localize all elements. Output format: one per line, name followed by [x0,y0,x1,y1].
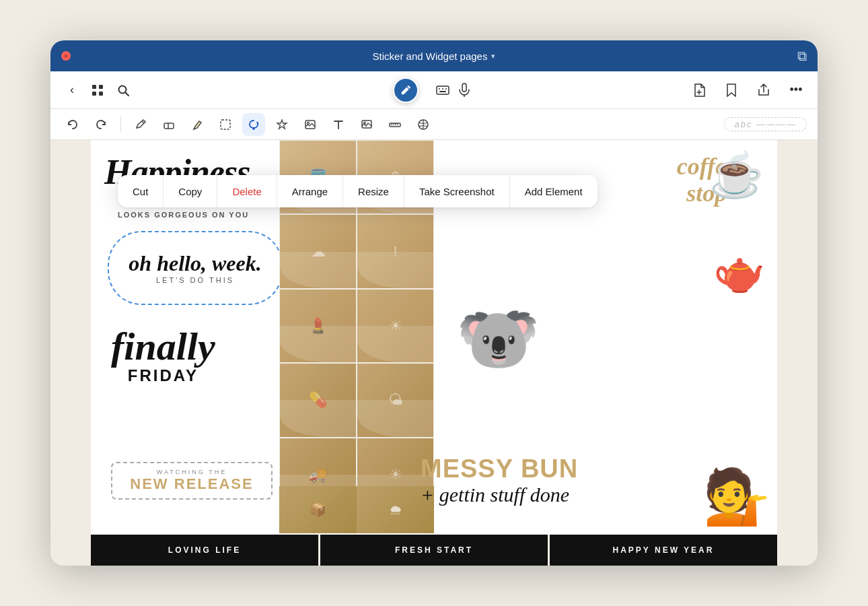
share-button[interactable] [753,79,774,101]
main-toolbar: ‹ [50,71,818,109]
context-menu: Cut Copy Delete Arrange Resize Take Scre… [118,175,598,207]
oh-hello-week-sub: LET'S DO THIS [156,276,234,284]
oh-hello-week-main: oh hello, week. [129,252,261,275]
selection-tool[interactable] [214,113,237,136]
coffee-cup-sticker[interactable]: ☕ [709,149,764,201]
svg-rect-1 [99,85,103,89]
tan-cell-5[interactable]: 💄 [279,289,357,363]
beauty-icon: 💄 [309,317,327,335]
tan-cell-6[interactable]: ☀ [357,289,434,363]
finally-text: finally [111,327,215,366]
lasso-tool[interactable] [242,113,265,136]
title-bar: × Sticker and Widget pages ▾ ⧉ [50,40,818,71]
bottom-label-1[interactable]: LOVING LIFE [91,535,320,566]
resize-menu-item[interactable]: Resize [343,175,404,207]
device-frame: × Sticker and Widget pages ▾ ⧉ ‹ [50,40,818,566]
svg-line-5 [126,92,129,96]
window-title-area: Sticker and Widget pages ▾ [373,50,496,62]
window-title: Sticker and Widget pages [373,50,488,62]
add-doc-button[interactable] [688,79,710,101]
tea-cup-sticker[interactable]: 🫖 [713,248,765,296]
more-button[interactable]: ••• [785,79,807,101]
canvas-area: Happiness LOOKS GORGEOUS ON YOU oh hello… [50,140,818,566]
cut-menu-item[interactable]: Cut [118,175,164,207]
grid-button[interactable] [87,79,108,101]
koala-emoji: 🐨 [456,299,540,378]
add-element-menu-item[interactable]: Add Element [510,175,598,207]
redo-tool[interactable] [89,113,112,136]
drawing-toolbar: abc ———— [50,109,818,140]
bottom-label-2[interactable]: FRESH START [320,535,550,566]
tan-cell-11[interactable]: 📦 [279,486,357,533]
star-shape-tool[interactable] [270,113,293,136]
svg-rect-0 [92,85,96,89]
pencil-tool[interactable] [129,113,152,136]
bottom-labels: LOVING LIFE FRESH START HAPPY NEW YEAR [91,535,777,566]
new-release-text: NEW RELEASE [120,475,263,493]
svg-rect-6 [437,86,449,94]
toolbar-separator-1 [120,116,121,133]
cloud2-icon: 🌤 [388,391,403,409]
toolbar-right: ••• [688,79,807,101]
sun2-icon: ☀ [389,466,402,483]
svg-rect-20 [221,120,230,129]
text-tool[interactable] [327,113,350,136]
koala-sticker[interactable]: 🐨 [434,228,562,450]
highlighter-tool[interactable] [186,113,209,136]
arrange-menu-item[interactable]: Arrange [277,175,343,207]
hair-bun-sticker[interactable]: 💁 [703,465,770,529]
bookmark-button[interactable] [721,79,742,101]
tan-cell-8[interactable]: 🌤 [357,363,434,437]
svg-rect-3 [99,92,103,96]
svg-rect-11 [462,83,466,92]
back-button[interactable]: ‹ [61,79,83,101]
watching-text: WATCHING THE [120,469,263,475]
eraser-tool[interactable] [157,113,180,136]
svg-line-17 [142,121,144,123]
sun-icon: ☀ [389,317,402,335]
looks-gorgeous-text: LOOKS GORGEOUS ON YOU [118,211,249,219]
svg-point-21 [253,128,255,130]
svg-point-27 [364,122,366,124]
package-icon: 📦 [310,502,326,518]
multiwindow-icon[interactable]: ⧉ [797,48,807,64]
search-button[interactable] [112,79,134,101]
link-tool[interactable] [412,113,435,136]
screenshot-menu-item[interactable]: Take Screenshot [404,175,510,207]
tan-cell-7[interactable]: 💊 [279,363,357,437]
friday-text: FRIDAY [128,366,198,384]
finally-friday-sticker[interactable]: finally FRIDAY [111,327,215,385]
svg-point-23 [308,122,310,124]
keyboard-button[interactable] [432,79,454,101]
truck-icon: 🚚 [309,466,327,483]
image-insert-tool[interactable] [299,113,322,136]
mic-button[interactable] [454,79,475,101]
svg-rect-2 [92,92,96,96]
oh-hello-week-sticker[interactable]: oh hello, week. LET'S DO THIS [108,231,283,305]
abc-label: abc ———— [724,117,807,131]
cloud-icon: ☁ [311,243,326,261]
toolbar-left: ‹ [61,79,134,101]
new-release-sticker[interactable]: WATCHING THE NEW RELEASE [111,462,273,500]
tan-bottom-row: 📦 🌧 [279,486,434,533]
copy-menu-item[interactable]: Copy [164,175,217,207]
tan-cell-3[interactable]: ☁ [279,214,357,288]
title-bar-right: ⧉ [797,48,807,64]
photo-tool[interactable] [355,113,378,136]
toolbar-center [393,77,475,103]
svg-rect-18 [164,123,174,129]
exclamation-icon: ! [393,243,397,261]
close-button[interactable]: × [61,51,71,61]
rain-icon: 🌧 [389,502,402,518]
delete-menu-item[interactable]: Delete [217,175,277,207]
pen-avatar[interactable] [393,77,419,103]
tan-cell-4[interactable]: ! [357,214,434,288]
title-dropdown-icon[interactable]: ▾ [491,52,495,61]
undo-tool[interactable] [61,113,84,136]
ruler-tool[interactable] [384,113,406,136]
bottom-label-3[interactable]: HAPPY NEW YEAR [550,535,777,566]
pills-icon: 💊 [309,391,327,409]
